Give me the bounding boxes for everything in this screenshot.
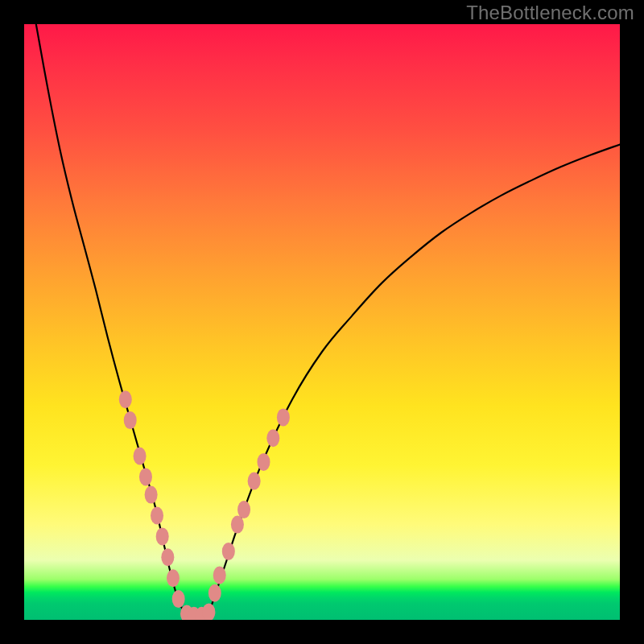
marker-dot: [172, 590, 185, 608]
marker-dot: [257, 453, 270, 471]
marker-dot: [161, 548, 174, 566]
marker-dot: [248, 473, 261, 490]
marker-dot: [134, 448, 147, 465]
marker-dot: [231, 516, 244, 534]
marker-dot: [156, 527, 169, 545]
marker-dot: [151, 507, 163, 525]
chart-frame: TheBottleneck.com: [0, 0, 644, 644]
marker-dot: [119, 390, 132, 408]
curve-svg: [24, 24, 620, 620]
marker-dot: [222, 543, 235, 560]
marker-dot: [167, 569, 180, 587]
marker-dot: [208, 584, 221, 602]
marker-dot: [202, 603, 215, 620]
curve-markers: [119, 390, 290, 620]
marker-dot: [266, 429, 279, 447]
plot-area: [24, 24, 620, 620]
watermark-text: TheBottleneck.com: [466, 2, 634, 24]
marker-dot: [277, 408, 290, 426]
marker-dot: [213, 567, 226, 584]
marker-dot: [139, 468, 152, 485]
marker-dot: [124, 411, 137, 429]
marker-dot: [237, 501, 250, 518]
marker-dot: [145, 486, 158, 504]
bottleneck-curve: [36, 24, 620, 616]
